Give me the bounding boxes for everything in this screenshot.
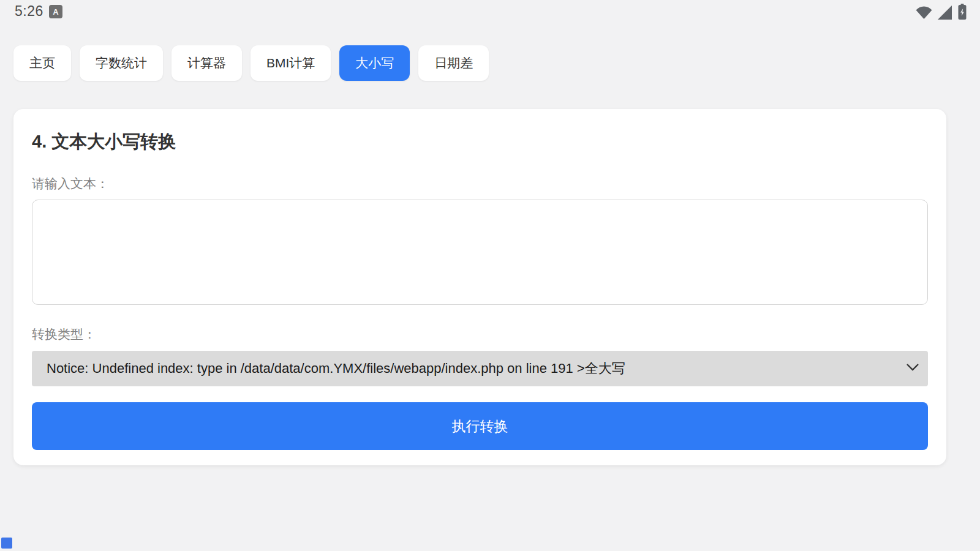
tab-bmi[interactable]: BMI计算 — [251, 45, 331, 81]
clock: 5:26 — [15, 3, 43, 20]
status-bar: 5:26 A — [0, 0, 980, 23]
panel-title: 4. 文本大小写转换 — [32, 130, 928, 154]
case-convert-panel: 4. 文本大小写转换 请输入文本： 转换类型： Notice: Undefine… — [13, 109, 946, 465]
convert-button[interactable]: 执行转换 — [32, 402, 928, 450]
text-input-label: 请输入文本： — [32, 175, 928, 192]
cellular-signal-icon — [938, 6, 952, 20]
status-icons — [916, 4, 967, 20]
battery-charging-icon — [958, 4, 967, 20]
wifi-icon — [916, 6, 932, 20]
tab-word-count[interactable]: 字数统计 — [80, 45, 163, 81]
tab-bar: 主页 字数统计 计算器 BMI计算 大小写 日期差 — [13, 45, 489, 81]
corner-marker — [1, 538, 12, 549]
text-input[interactable] — [32, 200, 928, 305]
tab-home[interactable]: 主页 — [13, 45, 71, 81]
tab-date-diff[interactable]: 日期差 — [418, 45, 489, 81]
convert-type-selected-value: Notice: Undefined index: type in /data/d… — [47, 359, 650, 378]
app-notification-icon: A — [49, 5, 62, 18]
convert-type-select[interactable]: Notice: Undefined index: type in /data/d… — [32, 351, 928, 386]
tab-case-convert[interactable]: 大小写 — [339, 45, 410, 81]
chevron-down-icon — [906, 363, 919, 374]
tab-calculator[interactable]: 计算器 — [172, 45, 242, 81]
convert-type-label: 转换类型： — [32, 326, 928, 343]
